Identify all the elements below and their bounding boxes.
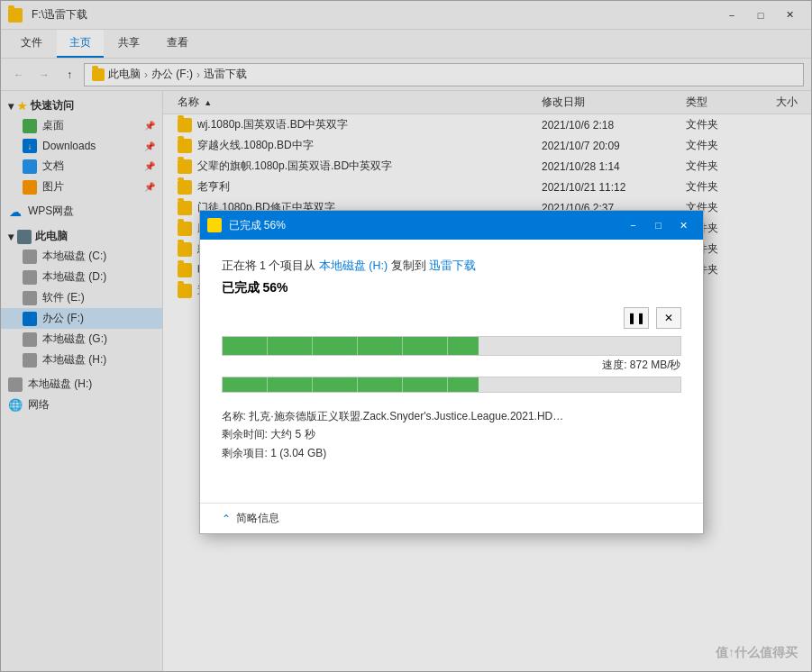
file-info: 名称: 扎克·施奈德版正义联盟.Zack.Snyder's.Justice.Le… <box>222 407 681 462</box>
dialog-title: 已完成 56% <box>229 218 615 233</box>
stop-button[interactable]: ✕ <box>656 307 681 329</box>
remaining-items-value: 1 (3.04 GB) <box>270 447 326 459</box>
remaining-items-label: 剩余项目: <box>222 447 268 459</box>
dialog-body: 正在将 1 个项目从 本地磁盘 (H:) 复制到 迅雷下载 已完成 56% ❚❚… <box>200 240 703 503</box>
remaining-time-value: 大约 5 秒 <box>270 428 315 440</box>
file-name-value: 扎克·施奈德版正义联盟.Zack.Snyder's.Justice.League… <box>249 410 563 422</box>
primary-progress-fill <box>223 337 479 355</box>
remaining-items-row: 剩余项目: 1 (3.04 GB) <box>222 444 681 462</box>
dialog-minimize-button[interactable]: − <box>622 214 645 236</box>
dialog-maximize-button[interactable]: □ <box>647 214 671 236</box>
file-name-label: 名称: <box>222 410 246 422</box>
progress-label: 已完成 56% <box>222 280 681 296</box>
desc-source-link[interactable]: 本地磁盘 (H:) <box>319 259 388 272</box>
primary-progress-bar <box>222 336 681 356</box>
secondary-progress-fill <box>223 377 479 392</box>
footer-chevron-icon: ⌃ <box>222 513 231 525</box>
dialog-titlebar: 已完成 56% − □ ✕ <box>200 211 703 240</box>
dialog-close-button[interactable]: ✕ <box>672 214 696 236</box>
desc-mid: 复制到 <box>391 259 429 272</box>
pause-button[interactable]: ❚❚ <box>624 307 649 329</box>
dialog-description: 正在将 1 个项目从 本地磁盘 (H:) 复制到 迅雷下载 <box>222 258 681 275</box>
desc-prefix: 正在将 1 个项目从 <box>222 259 316 272</box>
modal-overlay: 已完成 56% − □ ✕ 正在将 1 个项目从 本地磁盘 (H:) 复制到 迅… <box>0 0 812 672</box>
copy-dialog: 已完成 56% − □ ✕ 正在将 1 个项目从 本地磁盘 (H:) 复制到 迅… <box>199 210 704 534</box>
file-name-row: 名称: 扎克·施奈德版正义联盟.Zack.Snyder's.Justice.Le… <box>222 407 681 425</box>
dialog-icon <box>207 218 222 232</box>
dialog-footer[interactable]: ⌃ 简略信息 <box>200 503 703 533</box>
speed-label: 速度: 872 MB/秒 <box>222 358 681 373</box>
dialog-controls: ❚❚ ✕ <box>222 307 681 329</box>
remaining-time-row: 剩余时间: 大约 5 秒 <box>222 425 681 443</box>
footer-label: 简略信息 <box>236 511 279 526</box>
dialog-win-btns: − □ ✕ <box>622 214 696 236</box>
secondary-progress-bar <box>222 377 681 393</box>
desc-dest-link[interactable]: 迅雷下载 <box>429 259 476 272</box>
remaining-time-label: 剩余时间: <box>222 428 268 440</box>
progress-container: 速度: 872 MB/秒 <box>222 336 681 393</box>
